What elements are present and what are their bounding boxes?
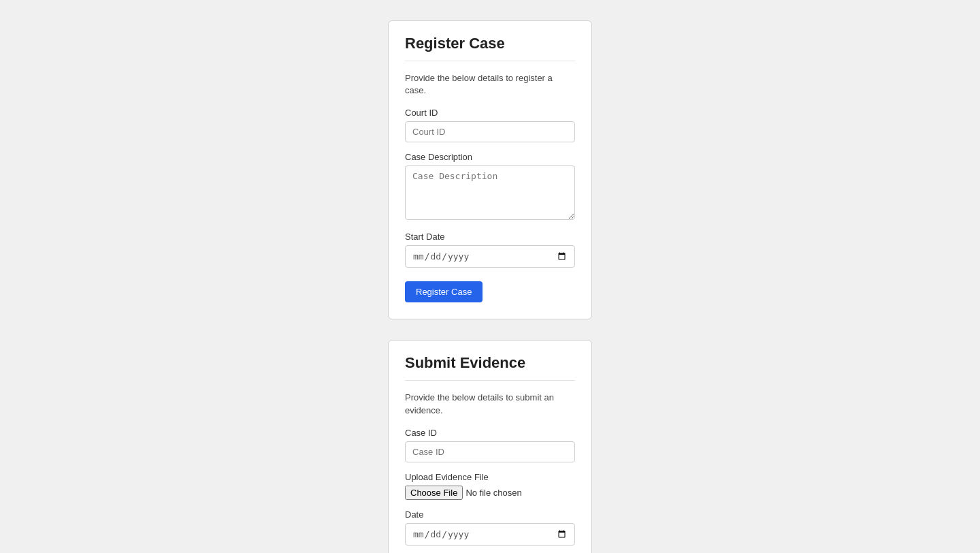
submit-evidence-subtitle: Provide the below details to submit an e… bbox=[405, 392, 575, 416]
register-case-title: Register Case bbox=[405, 35, 575, 61]
register-case-button[interactable]: Register Case bbox=[405, 281, 483, 302]
evidence-date-label: Date bbox=[405, 509, 575, 520]
start-date-label: Start Date bbox=[405, 232, 575, 242]
case-description-label: Case Description bbox=[405, 152, 575, 162]
case-description-textarea[interactable] bbox=[405, 165, 575, 220]
evidence-date-input[interactable] bbox=[405, 523, 575, 546]
file-input-container bbox=[405, 486, 575, 500]
register-case-card: Register Case Provide the below details … bbox=[388, 20, 592, 319]
page-container: Register Case Provide the below details … bbox=[0, 20, 980, 553]
upload-file-group: Upload Evidence File bbox=[405, 472, 575, 500]
court-id-input[interactable] bbox=[405, 121, 575, 142]
case-id-label: Case ID bbox=[405, 428, 575, 438]
upload-file-label: Upload Evidence File bbox=[405, 472, 575, 482]
start-date-group: Start Date bbox=[405, 232, 575, 268]
register-case-subtitle: Provide the below details to register a … bbox=[405, 72, 575, 97]
court-id-group: Court ID bbox=[405, 108, 575, 142]
case-id-group: Case ID bbox=[405, 428, 575, 462]
court-id-label: Court ID bbox=[405, 108, 575, 118]
case-description-group: Case Description bbox=[405, 152, 575, 222]
evidence-date-group: Date bbox=[405, 509, 575, 546]
case-id-input[interactable] bbox=[405, 441, 575, 462]
file-input[interactable] bbox=[405, 486, 572, 500]
submit-evidence-title: Submit Evidence bbox=[405, 354, 575, 381]
submit-evidence-card: Submit Evidence Provide the below detail… bbox=[388, 340, 592, 553]
start-date-input[interactable] bbox=[405, 245, 575, 268]
